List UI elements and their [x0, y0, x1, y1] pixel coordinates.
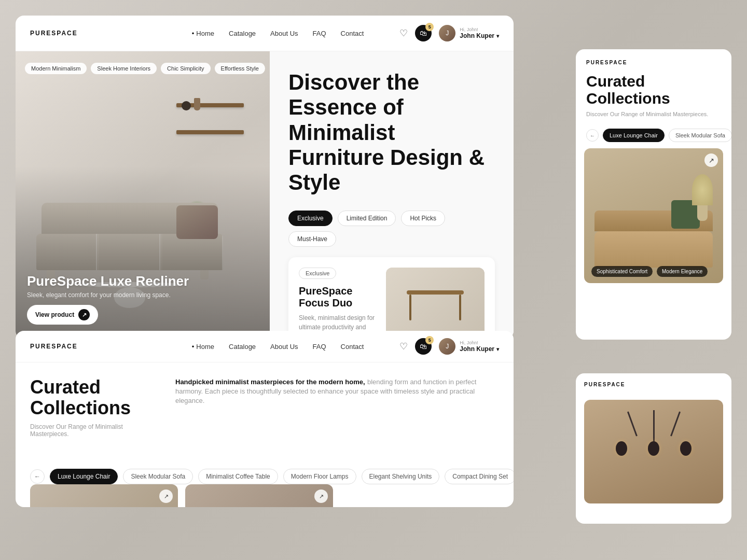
preview-link-button-2[interactable]: ↗ [314, 489, 328, 503]
preview-link-button-1[interactable]: ↗ [159, 489, 173, 503]
category-row: ← Luxe Lounge Chair Sleek Modular Sofa M… [16, 469, 514, 484]
right-tab-lounge[interactable]: Luxe Lounge Chair [603, 129, 665, 142]
heart-icon[interactable]: ♡ [399, 27, 408, 39]
lamp-image [584, 400, 723, 503]
nav-link-home[interactable]: Home [192, 30, 214, 37]
cat-pill-lounge[interactable]: Luxe Lounge Chair [50, 469, 118, 484]
second-nav-links: Home Cataloge About Us FAQ Contact [192, 342, 364, 351]
product-card: Exclusive PureSpace Focus Duo Sleek, min… [288, 257, 495, 339]
second-nav-link-cataloge[interactable]: Cataloge [229, 343, 256, 351]
nav-item-faq[interactable]: FAQ [313, 29, 326, 38]
user-menu[interactable]: J Hi, John! John Kuper [439, 25, 499, 41]
cart-badge: 5 [425, 23, 434, 31]
cart-button[interactable]: 🛍 5 [415, 25, 432, 41]
curated-right: Handpicked minimalist masterpieces for t… [175, 377, 499, 438]
second-nav-about[interactable]: About Us [270, 342, 298, 351]
second-nav-logo: PURESPACE [30, 343, 78, 350]
cat-pill-lamps[interactable]: Modern Floor Lamps [283, 469, 356, 484]
hero-tags: Modern Minimalism Sleek Home Interiors C… [25, 63, 265, 74]
nav-link-about[interactable]: About Us [270, 30, 298, 37]
hero-product-info: PureSpace Luxe Recliner Sleek, elegant c… [27, 273, 189, 325]
avatar-inner: J [439, 25, 455, 41]
nav-link-cataloge[interactable]: Cataloge [229, 30, 256, 37]
product-image-inner [386, 268, 485, 339]
second-nav-home[interactable]: Home [192, 343, 214, 351]
second-heart-icon[interactable]: ♡ [399, 341, 408, 352]
right-card-tabs: ← Luxe Lounge Chair Sleek Modular Sofa [576, 122, 731, 148]
tag-modern-minimalism: Modern Minimalism [25, 63, 87, 74]
curated-subtitle: Discover Our Range of Minimalist Masterp… [30, 423, 155, 438]
second-nav-link-contact[interactable]: Contact [341, 343, 364, 351]
second-cart-button[interactable]: 🛍 5 [415, 338, 432, 355]
lamp-shades [616, 441, 691, 456]
right-vase [697, 205, 708, 221]
second-user-name: John Kuper [460, 345, 499, 353]
product-info: Exclusive PureSpace Focus Duo Sleek, min… [299, 268, 378, 339]
second-nav-cataloge[interactable]: Cataloge [229, 342, 256, 351]
nav-item-home[interactable]: Home [192, 30, 214, 37]
lamp-shade-right [680, 441, 691, 456]
view-product-button[interactable]: View product ↗ [27, 305, 98, 325]
right-plant-vase [697, 174, 708, 221]
cart-icon: 🛍 [420, 29, 427, 37]
right-bottom-card: PURESPACE [576, 373, 731, 524]
hero-image-panel: Modern Minimalism Sleek Home Interiors C… [16, 51, 270, 339]
expand-button[interactable]: ↗ [704, 153, 718, 167]
nav-link-faq[interactable]: FAQ [313, 30, 326, 37]
second-nav-right: ♡ 🛍 5 J Hi, John! John Kuper [399, 338, 499, 355]
second-nav-contact[interactable]: Contact [341, 342, 364, 351]
right-card-sub: Discover Our Range of Minimalist Masterp… [586, 111, 721, 117]
second-cart-badge: 5 [425, 336, 434, 344]
filter-tab-hot[interactable]: Hot Picks [401, 211, 445, 226]
filter-tab-limited[interactable]: Limited Edition [338, 211, 396, 226]
hero-product-title: PureSpace Luxe Recliner [27, 273, 189, 289]
user-info: Hi, John! John Kuper [460, 27, 499, 39]
right-tabs-prev[interactable]: ← [586, 129, 599, 142]
second-user-info: Hi, John! John Kuper [460, 340, 499, 353]
right-card-logo: PURESPACE [586, 60, 721, 65]
second-user-greeting: Hi, John! [460, 340, 499, 345]
product-name: PureSpace Focus Duo [299, 285, 378, 309]
cat-pill-sofa[interactable]: Sleek Modular Sofa [123, 469, 193, 484]
product-previews: "Sleek Tranquility Lounge" ↗ "PureSpace … [16, 484, 514, 507]
lamp-branch-left [627, 412, 637, 437]
second-nav-faq[interactable]: FAQ [313, 342, 326, 351]
cat-pill-coffee[interactable]: Minimalist Coffee Table [198, 469, 278, 484]
second-nav-link-faq[interactable]: FAQ [313, 343, 326, 351]
category-prev-button[interactable]: ← [30, 469, 45, 484]
tag-effortless: Effortless Style [215, 63, 265, 74]
cat-pill-shelving[interactable]: Elegant Shelving Units [362, 469, 440, 484]
filter-tab-exclusive[interactable]: Exclusive [288, 211, 333, 226]
second-nav-link-home[interactable]: Home [192, 343, 214, 351]
curated-desc-bold: Handpicked minimalist masterpieces for t… [175, 378, 365, 386]
preview-card-1: "Sleek Tranquility Lounge" ↗ [30, 484, 178, 507]
nav-link-contact[interactable]: Contact [341, 30, 364, 37]
hero-content-panel: Discover the Essence of Minimalist Furni… [270, 51, 514, 339]
right-tab-sofa[interactable]: Sleek Modular Sofa [669, 129, 731, 142]
lamp-illustration [616, 410, 691, 456]
second-nav-link-about[interactable]: About Us [270, 343, 298, 351]
right-tag-comfort: Sophisticated Comfort [591, 266, 653, 277]
table-top [407, 290, 464, 295]
nav-logo: PURESPACE [30, 30, 78, 37]
avatar: J [439, 25, 455, 41]
right-top-card: PURESPACE Curated Collections Discover O… [576, 49, 731, 340]
filter-tab-must[interactable]: Must-Have [288, 231, 336, 247]
product-image [386, 268, 485, 339]
view-product-arrow-icon: ↗ [78, 309, 90, 320]
second-user-menu[interactable]: J Hi, John! John Kuper [439, 338, 499, 355]
nav-item-about[interactable]: About Us [270, 29, 298, 38]
right-card-title: Curated Collections [586, 73, 721, 107]
hero-area: Modern Minimalism Sleek Home Interiors C… [16, 51, 514, 339]
nav-right: ♡ 🛍 5 J Hi, John! John Kuper [399, 25, 499, 41]
user-greeting: Hi, John! [460, 27, 499, 32]
view-product-label: View product [35, 311, 74, 318]
nav-item-cataloge[interactable]: Cataloge [229, 29, 256, 38]
cat-pill-dining[interactable]: Compact Dining Set [445, 469, 514, 484]
preview-card-2: "PureSpace Elegance Sofa" ↗ [185, 484, 333, 507]
nav-item-contact[interactable]: Contact [341, 29, 364, 38]
right-tag-elegance: Modern Elegance [657, 266, 708, 277]
right-sofa-body [594, 231, 713, 268]
product-badge: Exclusive [299, 268, 336, 279]
main-card: PURESPACE Home Cataloge About Us FAQ Con… [16, 16, 514, 339]
